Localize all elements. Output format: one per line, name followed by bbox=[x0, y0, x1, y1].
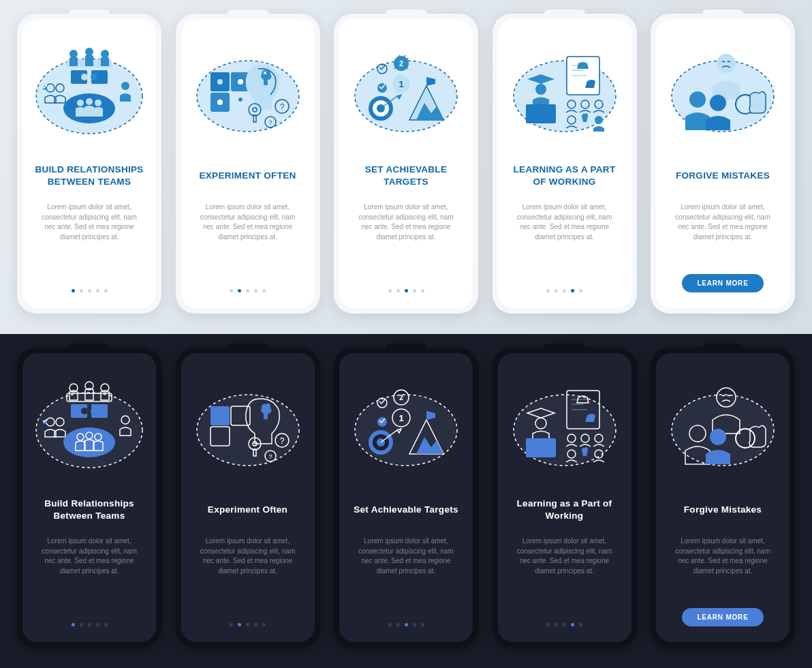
pagination-dots[interactable] bbox=[388, 289, 424, 292]
card-desc: Lorem ipsum dolor sit amet, consectetur … bbox=[31, 202, 148, 242]
learning-icon bbox=[507, 35, 623, 151]
svg-point-118 bbox=[710, 429, 726, 445]
svg-point-16 bbox=[86, 98, 93, 105]
svg-rect-85 bbox=[264, 414, 268, 419]
card-desc: Lorem ipsum dolor sit amet, consectetur … bbox=[506, 536, 623, 576]
svg-text:2: 2 bbox=[399, 393, 403, 401]
learn-more-button[interactable]: LEARN MORE bbox=[682, 608, 763, 626]
phone-card-4: FORGIVE MISTAKES Lorem ipsum dolor sit a… bbox=[651, 14, 795, 314]
forgive-icon bbox=[665, 369, 781, 485]
phone-card-1: ? ? Experiment Often Lorem ipsum dolor s… bbox=[176, 348, 320, 648]
pagination-dots[interactable] bbox=[230, 623, 266, 626]
svg-point-15 bbox=[77, 100, 84, 106]
card-desc: Lorem ipsum dolor sit amet, consectetur … bbox=[664, 202, 781, 242]
phone-card-2: 2 1 SET ACHIEVABLE TARGETS Lorem ipsum d… bbox=[334, 14, 478, 314]
svg-point-60 bbox=[710, 95, 726, 111]
svg-point-35 bbox=[355, 61, 457, 132]
card-desc: Lorem ipsum dolor sit amet, consectetur … bbox=[664, 536, 781, 576]
svg-rect-27 bbox=[264, 80, 268, 85]
phone-card-3: LEARNING AS A PART OF WORKING Lorem ipsu… bbox=[493, 14, 637, 314]
svg-text:?: ? bbox=[268, 453, 272, 460]
svg-point-17 bbox=[95, 100, 102, 106]
learning-icon bbox=[507, 369, 623, 485]
targets-icon: 2 1 bbox=[348, 35, 464, 151]
phone-card-3: Learning as a Part of Working Lorem ipsu… bbox=[493, 348, 637, 648]
card-title: Forgive Mistakes bbox=[684, 497, 762, 523]
phone-card-2: 2 1 Set Achievable Targets Lorem ipsum d… bbox=[334, 348, 478, 648]
card-title: BUILD RELATIONSHIPS BETWEEN TEAMS bbox=[31, 163, 148, 189]
phone-card-0: Build Relationships Between Teams Lorem … bbox=[17, 348, 161, 648]
card-title: Build Relationships Between Teams bbox=[31, 497, 148, 523]
card-desc: Lorem ipsum dolor sit amet, consectetur … bbox=[189, 202, 307, 242]
svg-point-70 bbox=[81, 408, 88, 414]
svg-rect-50 bbox=[526, 104, 556, 123]
card-title: Learning as a Part of Working bbox=[506, 497, 623, 523]
pagination-dots[interactable] bbox=[546, 623, 582, 626]
card-title: LEARNING AS A PART OF WORKING bbox=[506, 163, 623, 189]
card-desc: Lorem ipsum dolor sit amet, consectetur … bbox=[189, 536, 307, 576]
pagination-dots[interactable] bbox=[72, 623, 108, 626]
card-title: Set Achievable Targets bbox=[354, 497, 458, 523]
svg-point-93 bbox=[355, 395, 457, 466]
pagination-dots[interactable] bbox=[546, 289, 582, 292]
learn-more-button[interactable]: LEARN MORE bbox=[682, 274, 763, 292]
relationships-icon bbox=[31, 369, 147, 485]
phone-card-4: Forgive Mistakes Lorem ipsum dolor sit a… bbox=[651, 348, 795, 648]
svg-text:?: ? bbox=[279, 436, 284, 446]
dark-theme-row: Build Relationships Between Teams Lorem … bbox=[0, 334, 812, 668]
card-title: FORGIVE MISTAKES bbox=[676, 163, 770, 189]
svg-point-23 bbox=[238, 97, 243, 102]
card-title: Experiment Often bbox=[208, 497, 287, 523]
card-title: SET ACHIEVABLE TARGETS bbox=[347, 163, 465, 189]
card-title: EXPERIMENT OFTEN bbox=[199, 163, 296, 189]
svg-point-59 bbox=[689, 91, 706, 108]
svg-point-25 bbox=[238, 79, 243, 85]
card-desc: Lorem ipsum dolor sit amet, consectetur … bbox=[347, 202, 465, 242]
targets-icon: 2 1 bbox=[348, 369, 464, 485]
phone-card-1: ? ? EXPERIMENT OFTEN Lorem ipsum dolor s… bbox=[176, 14, 320, 314]
card-desc: Lorem ipsum dolor sit amet, consectetur … bbox=[347, 536, 465, 576]
pagination-dots[interactable] bbox=[72, 289, 108, 292]
svg-point-58 bbox=[717, 54, 736, 73]
card-desc: Lorem ipsum dolor sit amet, consectetur … bbox=[31, 536, 148, 576]
svg-point-9 bbox=[91, 74, 97, 80]
svg-point-26 bbox=[217, 100, 223, 105]
svg-point-24 bbox=[217, 79, 223, 85]
light-theme-row: BUILD RELATIONSHIPS BETWEEN TEAMS Lorem … bbox=[0, 0, 812, 334]
phone-card-0: BUILD RELATIONSHIPS BETWEEN TEAMS Lorem … bbox=[17, 14, 161, 314]
svg-text:?: ? bbox=[268, 119, 272, 126]
svg-rect-108 bbox=[526, 438, 556, 457]
svg-point-8 bbox=[81, 74, 88, 80]
svg-text:1: 1 bbox=[399, 79, 403, 89]
svg-text:1: 1 bbox=[399, 413, 403, 423]
svg-point-55 bbox=[595, 116, 603, 124]
svg-rect-82 bbox=[210, 406, 230, 425]
svg-point-71 bbox=[91, 408, 97, 414]
pagination-dots[interactable] bbox=[388, 623, 424, 626]
pagination-dots[interactable] bbox=[230, 289, 266, 292]
svg-point-13 bbox=[121, 82, 129, 90]
svg-text:2: 2 bbox=[399, 59, 403, 67]
svg-point-49 bbox=[535, 84, 546, 95]
relationships-icon bbox=[31, 35, 147, 151]
card-desc: Lorem ipsum dolor sit amet, consectetur … bbox=[506, 202, 623, 242]
svg-text:?: ? bbox=[279, 102, 284, 112]
experiment-icon: ? ? bbox=[190, 35, 306, 151]
forgive-icon bbox=[665, 35, 781, 151]
experiment-icon: ? ? bbox=[190, 369, 306, 485]
